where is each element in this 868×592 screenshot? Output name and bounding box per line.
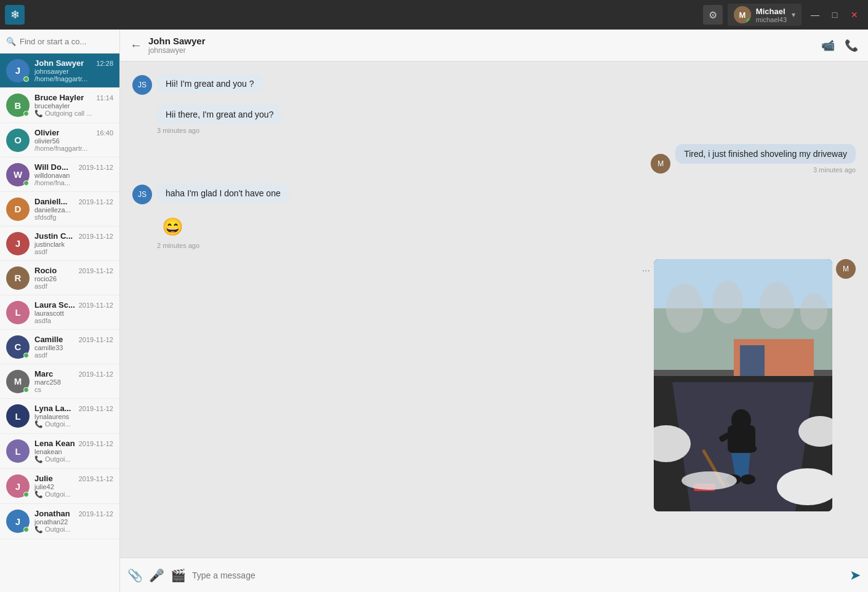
contact-item-4[interactable]: W Will Do... 2019-11-12 willdonavan /hom… bbox=[0, 158, 119, 192]
message-content: ··· bbox=[642, 259, 856, 511]
contact-info: Jonathan 2019-11-12 jonathan22 📞 Outgoi.… bbox=[34, 509, 113, 534]
avatar-wrap: J bbox=[6, 474, 30, 498]
message-bubble-emoji: 😄 bbox=[157, 214, 199, 239]
contact-top: Justin C... 2019-11-12 bbox=[34, 231, 113, 241]
message-bubble: haha I'm glad I don't have one bbox=[157, 183, 289, 203]
chat-contact-info: John Sawyer johnsawyer bbox=[148, 36, 815, 55]
avatar-placeholder bbox=[132, 114, 152, 134]
phone-call-button[interactable]: 📞 bbox=[845, 39, 858, 52]
contact-item-10[interactable]: M Marc 2019-11-12 marc258 cs bbox=[0, 364, 119, 399]
contact-item-7[interactable]: R Rocio 2019-11-12 rocio26 asdf bbox=[0, 261, 119, 295]
contact-preview: asdf bbox=[34, 351, 113, 359]
contact-name: Laura Sc... bbox=[34, 300, 75, 310]
contact-time: 2019-11-12 bbox=[79, 370, 113, 378]
message-avatar: JS bbox=[132, 75, 152, 95]
contact-item-13[interactable]: J Julie 2019-11-12 julie42 📞 Outgoi... bbox=[0, 469, 119, 504]
video-message-button[interactable]: 🎬 bbox=[171, 568, 186, 583]
message-image bbox=[654, 259, 832, 511]
avatar-wrap: O bbox=[6, 129, 30, 152]
contact-handle: rocio26 bbox=[34, 275, 113, 282]
contact-name: Will Do... bbox=[34, 162, 68, 172]
online-status-dot bbox=[746, 18, 751, 23]
message-row-4: JS haha I'm glad I don't have one bbox=[132, 183, 856, 204]
window-controls: — □ ✕ bbox=[806, 9, 863, 21]
online-dot bbox=[23, 387, 29, 393]
maximize-button[interactable]: □ bbox=[826, 9, 843, 21]
avatar: L bbox=[6, 439, 30, 463]
contact-time: 2019-11-12 bbox=[79, 164, 113, 171]
contact-name: Justin C... bbox=[34, 231, 73, 241]
contact-time: 16:40 bbox=[96, 129, 113, 137]
online-dot bbox=[23, 353, 29, 358]
send-button[interactable]: ➤ bbox=[850, 567, 861, 583]
contact-top: Bruce Hayler 11:14 bbox=[34, 93, 113, 102]
contact-name: Camille bbox=[34, 335, 63, 344]
contact-info: Justin C... 2019-11-12 justinclark asdf bbox=[34, 231, 113, 255]
contact-info: Rocio 2019-11-12 rocio26 asdf bbox=[34, 266, 113, 290]
mic-button[interactable]: 🎤 bbox=[149, 568, 164, 583]
avatar: D bbox=[6, 198, 30, 221]
contact-info: Bruce Hayler 11:14 brucehayler 📞 Outgoin… bbox=[34, 93, 113, 118]
contact-item-1[interactable]: J John Sawyer 12:28 johnsawyer /home/fna… bbox=[0, 54, 119, 88]
contact-top: Lena Kean 2019-11-12 bbox=[34, 439, 113, 448]
contact-time: 2019-11-12 bbox=[79, 302, 113, 309]
svg-rect-7 bbox=[740, 345, 765, 376]
contact-name: Rocio bbox=[34, 266, 57, 275]
contact-item-11[interactable]: L Lyna La... 2019-11-12 lynalaurens 📞 Ou… bbox=[0, 399, 119, 434]
contact-preview: /home/fnaggartr... bbox=[34, 75, 113, 82]
back-button[interactable]: ← bbox=[130, 38, 142, 52]
chat-contact-handle: johnsawyer bbox=[148, 46, 815, 55]
contact-info: Lyna La... 2019-11-12 lynalaurens 📞 Outg… bbox=[34, 404, 113, 428]
contact-top: Julie 2019-11-12 bbox=[34, 474, 113, 483]
online-dot bbox=[23, 111, 29, 116]
user-avatar: M bbox=[734, 6, 751, 23]
more-options-button[interactable]: ··· bbox=[642, 265, 650, 276]
message-bubble: Tired, i just finished shoveling my driv… bbox=[675, 144, 856, 164]
chevron-down-icon: ▾ bbox=[792, 10, 795, 19]
contact-preview: sfdsdfg bbox=[34, 214, 113, 221]
contact-item-14[interactable]: J Jonathan 2019-11-12 jonathan22 📞 Outgo… bbox=[0, 504, 119, 539]
message-input[interactable] bbox=[192, 570, 843, 580]
message-time: 3 minutes ago bbox=[157, 127, 282, 134]
message-bubble: Hii there, I'm great and you? bbox=[157, 105, 282, 124]
message-content: haha I'm glad I don't have one bbox=[157, 183, 289, 204]
contact-info: John Sawyer 12:28 johnsawyer /home/fnagg… bbox=[34, 58, 113, 82]
close-button[interactable]: ✕ bbox=[846, 9, 863, 21]
message-row-3: Tired, i just finished shoveling my driv… bbox=[132, 144, 856, 174]
contact-item-8[interactable]: L Laura Sc... 2019-11-12 laurascott asdf… bbox=[0, 295, 119, 330]
contact-name: Julie bbox=[34, 474, 53, 483]
contact-time: 2019-11-12 bbox=[79, 475, 113, 482]
messages-area: JS Hii! I'm great and you ? Hii there, I… bbox=[120, 62, 868, 558]
avatar-wrap: J bbox=[6, 59, 30, 82]
contact-preview: 📞 Outgoi... bbox=[34, 526, 113, 534]
chat-contact-name: John Sawyer bbox=[148, 36, 815, 46]
topbar-right: ⚙ M Michael michael43 ▾ — □ ✕ bbox=[703, 4, 863, 26]
avatar: O bbox=[6, 129, 30, 152]
minimize-button[interactable]: — bbox=[806, 9, 824, 21]
gear-icon: ⚙ bbox=[709, 9, 717, 21]
avatar-wrap: B bbox=[6, 94, 30, 117]
message-avatar: M bbox=[836, 259, 856, 279]
message-row-2: Hii there, I'm great and you? 3 minutes … bbox=[132, 105, 856, 134]
contact-top: Laura Sc... 2019-11-12 bbox=[34, 300, 113, 310]
contact-item-3[interactable]: O Olivier 16:40 olivier56 /home/fnaggart… bbox=[0, 123, 119, 158]
search-input[interactable] bbox=[20, 37, 123, 46]
contact-handle: johnsawyer bbox=[34, 68, 113, 75]
contact-time: 12:28 bbox=[96, 60, 113, 67]
contact-item-5[interactable]: D Daniell... 2019-11-12 danielleza... sf… bbox=[0, 192, 119, 226]
contact-name: Marc bbox=[34, 369, 53, 378]
contact-item-2[interactable]: B Bruce Hayler 11:14 brucehayler 📞 Outgo… bbox=[0, 88, 119, 123]
svg-point-18 bbox=[731, 409, 751, 431]
settings-button[interactable]: ⚙ bbox=[703, 5, 723, 25]
user-profile-button[interactable]: M Michael michael43 ▾ bbox=[728, 4, 802, 26]
contact-info: Julie 2019-11-12 julie42 📞 Outgoi... bbox=[34, 474, 113, 498]
chat-actions: 📹 📞 bbox=[821, 39, 858, 52]
contact-item-12[interactable]: L Lena Kean 2019-11-12 lenakean 📞 Outgoi… bbox=[0, 434, 119, 469]
attach-button[interactable]: 📎 bbox=[127, 568, 143, 583]
contact-item-9[interactable]: C Camille 2019-11-12 camille33 asdf bbox=[0, 330, 119, 364]
avatar-wrap: C bbox=[6, 335, 30, 359]
chat-header: ← John Sawyer johnsawyer 📹 📞 bbox=[120, 30, 868, 62]
contact-name: Lyna La... bbox=[34, 404, 71, 413]
contact-item-6[interactable]: J Justin C... 2019-11-12 justinclark asd… bbox=[0, 226, 119, 261]
video-call-button[interactable]: 📹 bbox=[821, 39, 835, 52]
